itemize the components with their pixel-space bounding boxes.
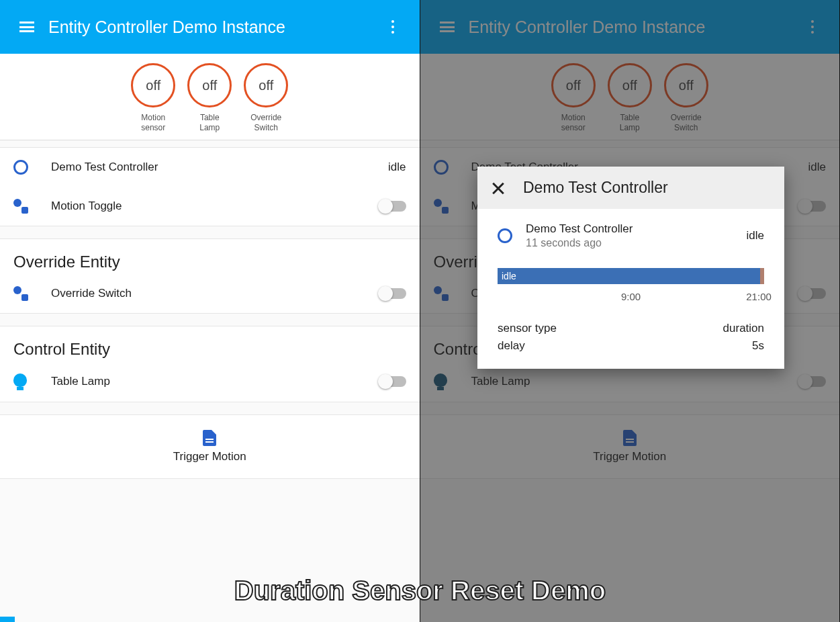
control-card-title: Control Entity (0, 326, 420, 361)
override-card: Override Entity Override Switch (0, 238, 420, 314)
table-lamp-toggle[interactable] (379, 376, 406, 387)
trigger-motion-script[interactable]: Trigger Motion (0, 414, 420, 479)
attribute-row: delay 5s (498, 339, 764, 353)
controller-state: idle (388, 161, 406, 174)
script-icon (203, 430, 216, 446)
gauge-label: Motion sensor (141, 113, 165, 133)
gauge-label: Override Switch (250, 113, 281, 133)
override-switch-row: Override Switch (0, 274, 420, 313)
motion-toggle-switch[interactable] (379, 201, 406, 212)
app-title: Entity Controller Demo Instance (48, 17, 377, 37)
entity-summary-row: Demo Test Controller 11 seconds ago idle (498, 222, 764, 249)
dialog-title: Demo Test Controller (523, 179, 668, 197)
history-ticks: 9:00 21:00 (498, 291, 764, 311)
gauge-circle: off (244, 63, 288, 107)
controller-label: Demo Test Controller (51, 161, 388, 174)
video-progress-bar[interactable] (0, 617, 15, 622)
video-caption: Duration Sensor Reset Demo (0, 576, 840, 606)
entity-name: Demo Test Controller (526, 222, 747, 236)
circle-icon (498, 228, 512, 243)
tick-label: 21:00 (746, 291, 772, 302)
gauge-label: Table Lamp (199, 113, 220, 133)
table-lamp-row: Table Lamp (0, 361, 420, 402)
override-toggle-switch[interactable] (379, 288, 406, 299)
attribute-key: delay (498, 339, 525, 353)
more-button[interactable] (377, 11, 409, 43)
entity-state: idle (747, 229, 764, 242)
override-card-title: Override Entity (0, 239, 420, 274)
attributes-list: sensor type duration delay 5s (498, 322, 764, 353)
close-button[interactable] (491, 181, 506, 195)
table-lamp-label: Table Lamp (51, 375, 379, 388)
nodes-icon (13, 286, 28, 301)
controller-row[interactable]: Demo Test Controller idle (0, 148, 420, 187)
menu-button[interactable] (11, 11, 43, 43)
app-header: Entity Controller Demo Instance (0, 0, 420, 54)
circle-icon (13, 160, 28, 175)
gauges-row: off Motion sensor off Table Lamp off Ove… (0, 54, 420, 140)
tick-label: 9:00 (621, 291, 641, 302)
dialog-header: Demo Test Controller (477, 167, 784, 209)
attribute-row: sensor type duration (498, 322, 764, 335)
attribute-value: duration (723, 322, 764, 335)
entity-detail-dialog: Demo Test Controller Demo Test Controlle… (477, 167, 784, 369)
control-card: Control Entity Table Lamp (0, 326, 420, 402)
script-label: Trigger Motion (0, 450, 420, 463)
gauge-table-lamp[interactable]: off Table Lamp (187, 63, 232, 133)
left-pane: Entity Controller Demo Instance off Moti… (0, 0, 420, 622)
nodes-icon (13, 199, 28, 214)
kebab-icon (391, 26, 394, 28)
history-bar[interactable]: idle (498, 268, 764, 284)
motion-toggle-row: Motion Toggle (0, 187, 420, 226)
entity-time: 11 seconds ago (526, 237, 747, 249)
gauge-circle: off (187, 63, 232, 107)
attribute-value: 5s (752, 339, 764, 353)
bulb-icon (13, 373, 27, 390)
override-switch-label: Override Switch (51, 287, 379, 300)
gauge-motion-sensor[interactable]: off Motion sensor (131, 63, 175, 133)
main-card: Demo Test Controller idle Motion Toggle (0, 147, 420, 226)
gauge-override-switch[interactable]: off Override Switch (244, 63, 288, 133)
attribute-key: sensor type (498, 322, 557, 335)
motion-toggle-label: Motion Toggle (51, 199, 379, 213)
history-state-label: idle (502, 271, 516, 281)
gauge-circle: off (131, 63, 175, 107)
hamburger-icon (19, 21, 34, 32)
